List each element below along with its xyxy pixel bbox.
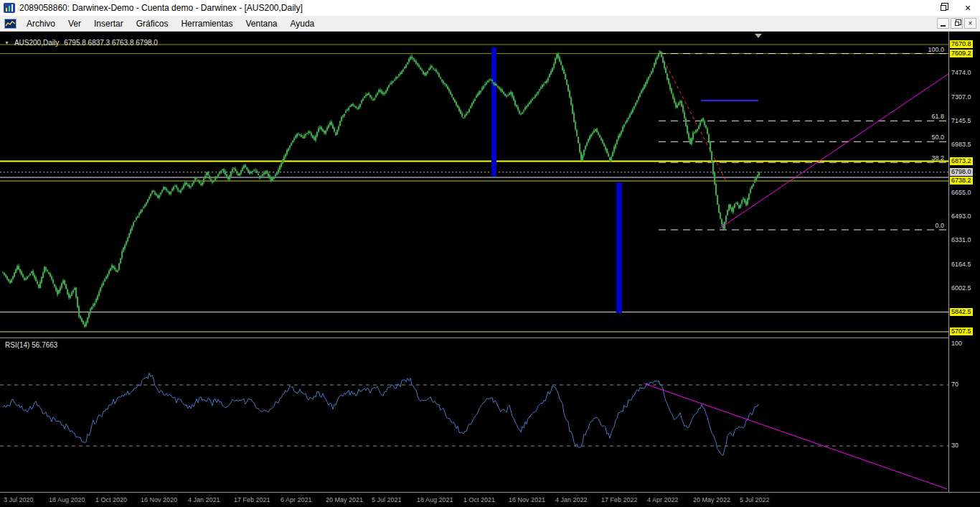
chart-shift-marker[interactable] xyxy=(755,34,762,38)
date-label: 16 Nov 2021 xyxy=(509,496,545,503)
window-controls: × xyxy=(931,0,980,16)
chart-window-icon[interactable] xyxy=(4,19,17,29)
price-label: 6002.5 xyxy=(951,284,971,292)
date-label: 20 May 2021 xyxy=(326,496,363,503)
date-label: 4 Jan 2022 xyxy=(555,496,588,503)
symbol-label: AUS200,Daily xyxy=(14,39,59,47)
price-label: 7307.0 xyxy=(951,93,971,101)
rsi-line xyxy=(3,373,759,456)
vertical-highlight-bar[interactable] xyxy=(491,47,496,177)
app-icon xyxy=(4,2,15,14)
ohlc-values: 6795.8 6837.3 6763.8 6798.0 xyxy=(64,39,158,47)
price-label: 6983.5 xyxy=(951,141,971,149)
child-restore-button[interactable] xyxy=(951,18,963,29)
title-bar: 2089058860: Darwinex-Demo - Cuenta demo … xyxy=(0,0,980,16)
date-label: 16 Nov 2020 xyxy=(141,496,177,503)
fib-level-label: 100.0 xyxy=(928,46,944,53)
chart-canvas: 100.061.850.038.20.0 xyxy=(0,32,948,492)
rsi-scale-label: 30 xyxy=(951,442,958,450)
trend-line[interactable] xyxy=(720,74,948,228)
chart-region: 100.061.850.038.20.0 ▼ AUS200,Daily 6795… xyxy=(0,32,980,507)
price-tag: 6798.0 xyxy=(950,168,973,176)
close-button[interactable]: × xyxy=(956,0,980,16)
price-label: 7474.0 xyxy=(951,69,971,77)
rsi-trend-line[interactable] xyxy=(644,383,947,489)
date-label: 20 May 2022 xyxy=(693,496,730,503)
price-label: 6164.5 xyxy=(951,261,971,269)
fib-level-label: 0.0 xyxy=(935,222,944,229)
menu-ver[interactable]: Ver xyxy=(62,17,88,30)
price-tag: 7609.2 xyxy=(950,50,973,57)
date-label: 6 Apr 2021 xyxy=(281,496,312,503)
date-label: 4 Apr 2022 xyxy=(647,496,679,503)
price-label: 7145.5 xyxy=(951,117,971,125)
menu-herramientas[interactable]: Herramientas xyxy=(174,17,239,30)
date-label: 3 Jul 2020 xyxy=(4,496,34,503)
menu-bar: Archivo Ver Insertar Gráficos Herramient… xyxy=(0,16,980,32)
window-title: 2089058860: Darwinex-Demo - Cuenta demo … xyxy=(19,3,303,13)
restore-icon xyxy=(955,22,959,26)
date-label: 5 Jul 2022 xyxy=(740,496,770,503)
price-label: 6493.0 xyxy=(951,213,971,220)
menu-archivo[interactable]: Archivo xyxy=(20,17,62,30)
price-tag: 6873.2 xyxy=(950,157,973,165)
restore-button[interactable] xyxy=(931,0,956,16)
menu-ventana[interactable]: Ventana xyxy=(239,17,283,30)
menu-ayuda[interactable]: Ayuda xyxy=(283,17,321,30)
vertical-highlight-bar[interactable] xyxy=(616,182,622,313)
rsi-label: RSI(14) 56.7663 xyxy=(5,341,57,349)
price-tag: 5842.5 xyxy=(950,308,973,316)
price-label: 6655.0 xyxy=(951,189,971,197)
price-tag: 5707.5 xyxy=(950,327,973,335)
rsi-scale-label: 100 xyxy=(951,340,962,348)
date-axis[interactable]: 3 Jul 202018 Aug 20201 Oct 202016 Nov 20… xyxy=(0,492,980,507)
child-minimize-button[interactable] xyxy=(937,18,949,29)
price-label: 6331.0 xyxy=(951,236,971,244)
child-close-button[interactable]: × xyxy=(964,18,976,29)
date-label: 4 Jan 2021 xyxy=(188,496,220,503)
price-axis[interactable]: 7474.07307.07145.56983.56655.06493.06331… xyxy=(948,32,980,492)
rsi-scale-label: 70 xyxy=(951,381,958,389)
child-window-controls: × xyxy=(937,18,980,29)
triangle-icon: ▼ xyxy=(4,40,9,45)
fib-level-label: 61.8 xyxy=(931,113,944,120)
menu-graficos[interactable]: Gráficos xyxy=(130,17,175,30)
price-tag: 6738.2 xyxy=(950,177,973,185)
date-label: 18 Aug 2021 xyxy=(417,496,453,503)
date-label: 5 Jul 2021 xyxy=(372,496,402,503)
menu-insertar[interactable]: Insertar xyxy=(88,17,130,30)
symbol-overlay: ▼ AUS200,Daily 6795.8 6837.3 6763.8 6798… xyxy=(4,39,158,47)
restore-icon xyxy=(941,5,946,11)
date-label: 1 Oct 2020 xyxy=(95,496,127,503)
fib-level-label: 38.2 xyxy=(931,154,944,162)
chart-plot-area[interactable]: 100.061.850.038.20.0 ▼ AUS200,Daily 6795… xyxy=(0,32,948,492)
price-tag: 7670.8 xyxy=(950,40,973,48)
minimize-icon xyxy=(941,25,946,27)
fib-level-label: 50.0 xyxy=(931,134,944,141)
date-label: 1 Oct 2021 xyxy=(463,496,495,503)
application-window: 2089058860: Darwinex-Demo - Cuenta demo … xyxy=(0,0,980,507)
date-label: 17 Feb 2022 xyxy=(601,496,638,503)
date-label: 17 Feb 2021 xyxy=(234,496,270,503)
date-label: 18 Aug 2020 xyxy=(49,496,85,503)
